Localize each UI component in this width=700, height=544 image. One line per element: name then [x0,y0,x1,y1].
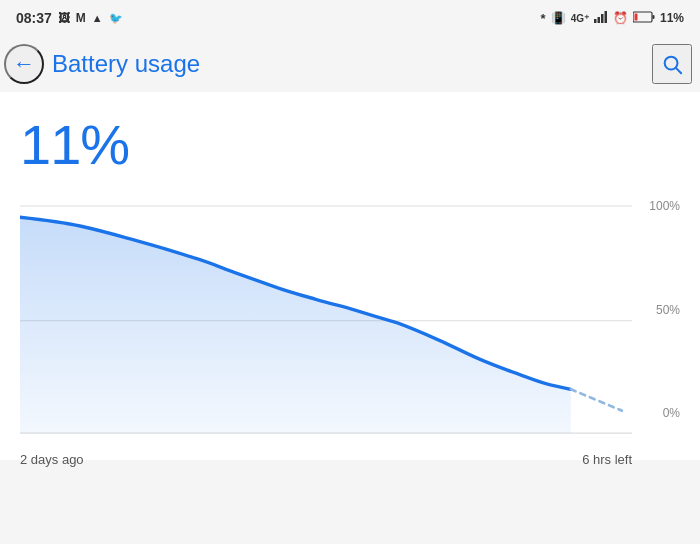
page-title: Battery usage [52,50,200,78]
status-bar: 08:37 🖼 M ▲ 🐦 * 📳 4G⁺ ⏰ 11% [0,0,700,36]
toolbar-left: ← Battery usage [4,44,200,84]
gmail-icon: M [76,11,86,25]
svg-rect-1 [597,17,600,23]
back-button[interactable]: ← [4,44,44,84]
autodesk-icon: ▲ [92,12,103,24]
screenshot-icon: 🖼 [58,11,70,25]
y-label-0: 0% [663,406,680,444]
y-label-50: 50% [656,303,680,317]
svg-rect-0 [594,19,597,23]
battery-chart-area: 2 days ago 6 hrs left [20,197,632,444]
toolbar: ← Battery usage [0,36,700,92]
content-area: 11% [0,92,700,460]
bluetooth-icon: * [541,11,546,26]
status-time: 08:37 🖼 M ▲ 🐦 [16,10,123,26]
time-display: 08:37 [16,10,52,26]
battery-icon [633,11,655,26]
battery-chart [20,197,632,444]
battery-chart-wrapper: 2 days ago 6 hrs left 100% 50% 0% [20,197,680,444]
chart-x-labels: 2 days ago 6 hrs left [20,448,632,467]
y-label-100: 100% [649,197,680,213]
svg-line-8 [676,68,681,73]
svg-rect-6 [634,13,637,20]
alarm-icon: ⏰ [613,11,628,25]
svg-rect-5 [652,15,654,19]
status-icons: * 📳 4G⁺ ⏰ 11% [541,11,684,26]
signal-4g-icon: 4G⁺ [571,13,589,24]
vibrate-icon: 📳 [551,11,566,25]
battery-percent-status: 11% [660,11,684,25]
battery-percentage-display: 11% [20,112,680,177]
svg-rect-2 [601,14,604,23]
search-button[interactable] [652,44,692,84]
x-label-left: 2 days ago [20,452,84,467]
x-label-right: 6 hrs left [582,452,632,467]
svg-rect-3 [604,11,607,23]
twitter-icon: 🐦 [109,12,123,25]
chart-y-labels: 100% 50% 0% [632,197,680,444]
signal-bars-icon [594,11,608,26]
